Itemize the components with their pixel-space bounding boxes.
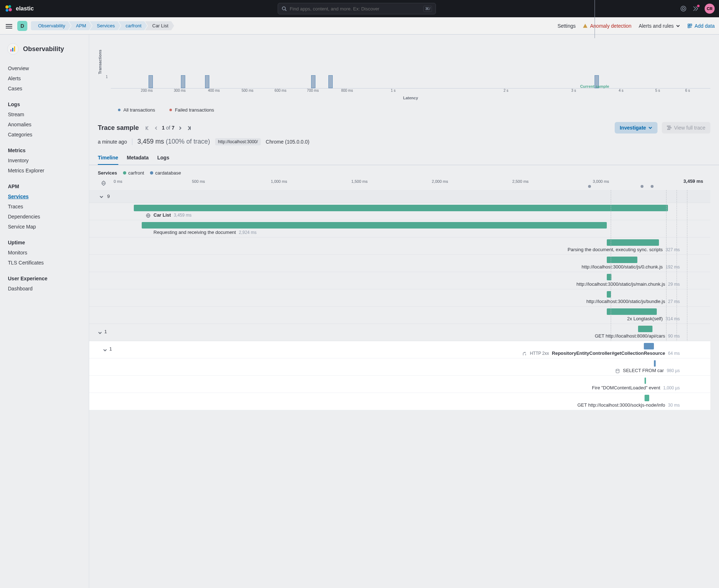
chart-xtick: 1 s [391, 89, 395, 92]
span-label: http://localhost:3000/static/js/main.chu… [577, 281, 680, 287]
legend-all[interactable]: All transactions [118, 107, 155, 113]
span-bar[interactable] [607, 257, 637, 263]
waterfall-row[interactable]: Car List3,459 ms [89, 203, 710, 220]
sidebar-item-inventory[interactable]: Inventory [0, 155, 89, 166]
sidebar-item-tls-certificates[interactable]: TLS Certificates [0, 258, 89, 268]
waterfall-row[interactable]: http://localhost:3000/static/js/main.chu… [89, 272, 710, 289]
span-bar[interactable] [142, 222, 607, 229]
chart-bar[interactable] [328, 75, 333, 88]
sidebar-item-metrics-explorer[interactable]: Metrics Explorer [0, 166, 89, 176]
svg-rect-11 [688, 24, 690, 25]
breadcrumbs: Observability APM Services carfront Car … [31, 21, 174, 30]
waterfall-row[interactable]: http://localhost:3000/static/js/bundle.j… [89, 289, 710, 307]
sidebar-item-dependencies[interactable]: Dependencies [0, 212, 89, 222]
waterfall-row[interactable]: Requesting and receiving the document2,9… [89, 220, 710, 238]
tab-metadata[interactable]: Metadata [127, 151, 149, 165]
sidebar-item-service-map[interactable]: Service Map [0, 222, 89, 232]
span-bar[interactable] [645, 377, 646, 384]
pager-first-icon[interactable] [144, 124, 150, 131]
waterfall-row[interactable]: GET http://localhost:3000/sockjs-node/in… [89, 393, 710, 410]
span-bar[interactable] [644, 343, 654, 349]
space-badge[interactable]: D [17, 21, 27, 31]
pager-last-icon[interactable] [186, 124, 192, 131]
indexopen-icon [687, 23, 692, 28]
chevron-down-icon[interactable] [99, 194, 104, 199]
sidebar-item-traces[interactable]: Traces [0, 202, 89, 212]
span-bar[interactable] [607, 308, 657, 315]
waterfall-row[interactable]: 1GET http://localhost:8080/api/cars90 ms [89, 324, 710, 341]
waterfall-row[interactable]: 2x Longtask(self)314 ms [89, 307, 710, 324]
observability-icon [7, 43, 19, 55]
settings-link[interactable]: Settings [558, 23, 576, 29]
span-label: Car List3,459 ms [146, 212, 192, 218]
span-label: Requesting and receiving the document2,9… [154, 230, 256, 235]
investigate-button[interactable]: Investigate [615, 122, 657, 134]
sidebar-item-stream[interactable]: Stream [0, 109, 89, 119]
newsfeed-icon[interactable] [692, 5, 699, 12]
span-bar[interactable] [607, 239, 659, 246]
latency-chart: Transactions 1 Current sample 200 ms300 … [89, 35, 719, 104]
span-bar[interactable] [645, 395, 649, 401]
waterfall-group[interactable]: 9 [89, 190, 710, 203]
sidebar-item-categories[interactable]: Categories [0, 130, 89, 140]
chart-xtick: 2 s [504, 89, 508, 92]
nav-toggle-icon[interactable] [4, 21, 14, 30]
brand-logo[interactable]: elastic [4, 4, 34, 13]
meta-url[interactable]: http://localhost:3000/ [215, 138, 261, 145]
sidebar-item-monitors[interactable]: Monitors [0, 248, 89, 258]
timeline-marker[interactable] [588, 185, 591, 188]
chart-bar[interactable] [181, 75, 185, 88]
sidebar-item-overview[interactable]: Overview [0, 63, 89, 73]
pager-prev-icon[interactable] [153, 124, 159, 131]
crumb-services[interactable]: Services [90, 21, 120, 30]
tab-logs[interactable]: Logs [157, 151, 169, 165]
legend-failed[interactable]: Failed transactions [169, 107, 214, 113]
chart-xtick: 3 s [571, 89, 576, 92]
waterfall-row[interactable]: Fire "DOMContentLoaded" event1,000 µs [89, 376, 710, 393]
waterfall-row[interactable]: 1HTTP 2xxRepositoryEntityController#getC… [89, 341, 710, 358]
brand-text: elastic [16, 5, 34, 12]
span-duration: 1,000 µs [663, 385, 680, 390]
svg-point-6 [681, 6, 686, 11]
span-bar[interactable] [134, 205, 668, 211]
chart-bar[interactable] [205, 75, 209, 88]
trace-pager: 1 of 7 [144, 124, 192, 131]
add-data-link[interactable]: Add data [687, 23, 715, 29]
sidebar-item-alerts[interactable]: Alerts [0, 73, 89, 83]
sidebar-item-cases[interactable]: Cases [0, 83, 89, 94]
span-bar[interactable] [638, 326, 652, 332]
svg-line-5 [285, 10, 287, 11]
svg-point-1 [8, 5, 11, 8]
waterfall-row[interactable]: Parsing the document, executing sync. sc… [89, 238, 710, 255]
tab-timeline[interactable]: Timeline [98, 151, 118, 165]
user-avatar[interactable]: CR [705, 4, 715, 14]
span-bar[interactable] [607, 291, 611, 298]
sidebar-item-anomalies[interactable]: Anomalies [0, 119, 89, 130]
anomaly-detection-link[interactable]: Anomaly detection [583, 23, 631, 29]
crumb-observability[interactable]: Observability [31, 21, 71, 30]
pager-next-icon[interactable] [177, 124, 183, 131]
chart-bar[interactable] [311, 75, 315, 88]
search-input[interactable] [290, 6, 420, 12]
crumb-carfront[interactable]: carfront [118, 21, 147, 30]
svg-rect-13 [688, 26, 690, 27]
alerts-rules-link[interactable]: Alerts and rules [639, 23, 680, 29]
timeline-tick: 2,500 ms [512, 179, 528, 184]
waterfall-row[interactable]: http://localhost:3000/static/js/0.chunk.… [89, 255, 710, 272]
span-bar[interactable] [654, 360, 656, 367]
chart-bar[interactable] [149, 75, 153, 88]
timeline-marker[interactable] [651, 185, 654, 188]
service-cardatabase[interactable]: cardatabase [150, 170, 181, 176]
chevron-down-icon[interactable] [103, 347, 107, 353]
service-carfront[interactable]: carfront [123, 170, 144, 176]
span-label: 2x Longtask(self)314 ms [627, 316, 680, 321]
help-icon[interactable] [680, 5, 687, 12]
collapse-all-icon[interactable] [101, 180, 106, 186]
timeline-marker[interactable] [641, 185, 643, 188]
crumb-apm[interactable]: APM [69, 21, 92, 30]
global-search[interactable]: ⌘/ [278, 3, 436, 14]
chevron-down-icon[interactable] [98, 330, 102, 335]
waterfall-row[interactable]: SELECT FROM car980 µs [89, 358, 710, 376]
sidebar-item-services[interactable]: Services [0, 191, 89, 202]
sidebar-item-dashboard[interactable]: Dashboard [0, 284, 89, 294]
